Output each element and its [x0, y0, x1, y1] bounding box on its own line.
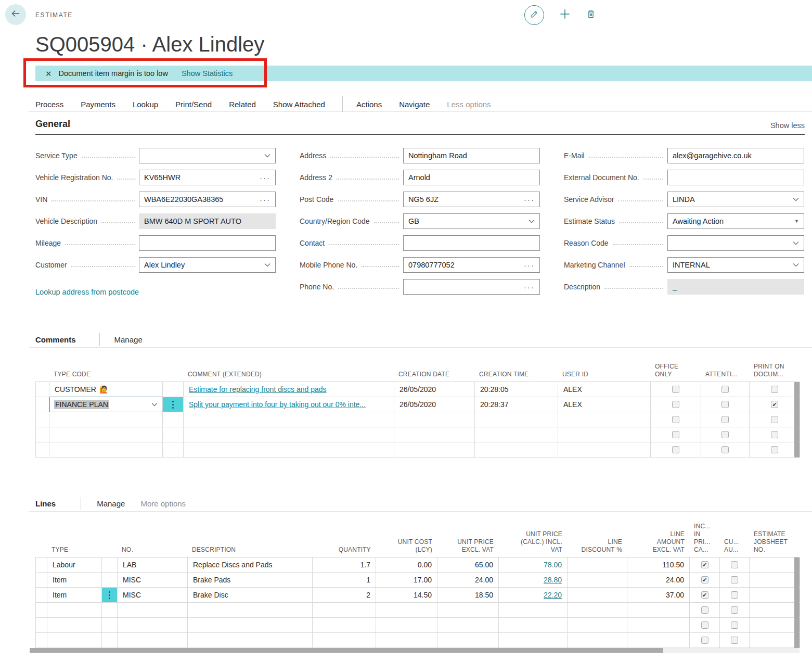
row-selector[interactable]: [36, 442, 49, 457]
quantity-cell[interactable]: 2: [313, 588, 376, 602]
attention-checkbox[interactable]: ✔: [721, 386, 729, 393]
contact-input[interactable]: [403, 235, 540, 251]
unit-price-cell[interactable]: 65.00: [437, 557, 499, 572]
unit-price-cell[interactable]: 18.50: [437, 588, 499, 602]
service-advisor-select[interactable]: LINDA: [667, 192, 804, 207]
postcode-input[interactable]: NG5 6JZ ···: [403, 192, 540, 207]
unit-cost-cell[interactable]: 14.50: [376, 588, 437, 602]
cust-auth-checkbox[interactable]: ✔: [731, 561, 738, 568]
add-button[interactable]: [558, 7, 572, 23]
attention-checkbox[interactable]: ✔: [721, 401, 729, 408]
inc-in-price-checkbox[interactable]: ✔: [701, 591, 708, 599]
office-only-checkbox[interactable]: ✔: [672, 416, 679, 423]
menu-navigate[interactable]: Navigate: [399, 100, 430, 109]
jobsheet-cell[interactable]: [750, 588, 800, 602]
creation-time-cell[interactable]: 20:28:37: [475, 397, 558, 412]
line-discount-cell[interactable]: [568, 557, 627, 572]
menu-payments[interactable]: Payments: [81, 100, 115, 109]
jobsheet-cell[interactable]: [750, 573, 800, 587]
creation-date-cell[interactable]: 26/05/2020: [394, 397, 475, 412]
attention-checkbox[interactable]: ✔: [721, 431, 729, 438]
attention-checkbox[interactable]: ✔: [721, 446, 729, 453]
creation-time-cell[interactable]: 20:28:05: [475, 382, 558, 397]
line-discount-cell[interactable]: [568, 573, 627, 587]
row-selector[interactable]: [36, 573, 47, 587]
lookup-ellipsis-icon[interactable]: ···: [524, 195, 535, 204]
show-statistics-link[interactable]: Show Statistics: [182, 69, 233, 78]
comment-link[interactable]: Estimate for replacing front discs and p…: [189, 385, 327, 394]
print-on-doc-checkbox[interactable]: ✔: [771, 446, 778, 453]
row-selector[interactable]: [36, 427, 49, 442]
type-cell[interactable]: Item: [47, 588, 102, 602]
user-id-cell[interactable]: ALEX: [558, 382, 651, 397]
creation-date-cell[interactable]: 26/05/2020: [394, 382, 475, 397]
inc-in-price-checkbox[interactable]: ✔: [701, 637, 708, 644]
menu-process[interactable]: Process: [35, 100, 63, 109]
print-on-doc-checkbox[interactable]: ✔: [771, 401, 778, 408]
cust-auth-checkbox[interactable]: ✔: [731, 637, 738, 644]
mobile-phone-input[interactable]: 07980777052 ···: [403, 257, 540, 273]
inc-in-price-checkbox[interactable]: ✔: [701, 561, 708, 568]
unit-price-incl-link[interactable]: 22.20: [544, 591, 562, 599]
office-only-checkbox[interactable]: ✔: [672, 431, 679, 438]
back-button[interactable]: [5, 4, 26, 25]
lines-more-options[interactable]: More options: [140, 499, 186, 508]
row-selector[interactable]: [36, 633, 47, 648]
lines-manage[interactable]: Manage: [97, 499, 125, 508]
row-selector[interactable]: [36, 603, 47, 617]
menu-show-attached[interactable]: Show Attached: [273, 100, 325, 109]
external-doc-input[interactable]: [667, 170, 804, 185]
user-id-cell[interactable]: ALEX: [558, 397, 651, 412]
menu-lookup[interactable]: Lookup: [133, 100, 158, 109]
cust-auth-checkbox[interactable]: ✔: [731, 591, 738, 599]
inc-in-price-checkbox[interactable]: ✔: [701, 576, 708, 583]
attention-checkbox[interactable]: ✔: [721, 416, 729, 423]
lookup-ellipsis-icon[interactable]: ···: [524, 283, 535, 291]
estimate-status-select[interactable]: Awaiting Action ▼: [667, 213, 804, 229]
row-context-menu-button[interactable]: [163, 397, 184, 412]
row-selector[interactable]: [36, 588, 47, 602]
unit-price-incl-link[interactable]: 28.80: [544, 576, 562, 584]
line-amount-cell[interactable]: 110.50: [627, 557, 690, 572]
menu-less-options[interactable]: Less options: [447, 100, 491, 109]
unit-price-incl-link[interactable]: 78.00: [544, 561, 562, 569]
address-input[interactable]: Nottingham Road: [403, 148, 540, 163]
office-only-checkbox[interactable]: ✔: [672, 401, 679, 408]
horizontal-scrollbar-thumb[interactable]: [30, 648, 663, 653]
vehicle-registration-input[interactable]: KV65HWR ···: [139, 170, 276, 185]
row-menu-cell[interactable]: [102, 573, 118, 587]
cust-auth-checkbox[interactable]: ✔: [731, 621, 738, 629]
no-cell[interactable]: MISC: [118, 588, 188, 602]
description-cell[interactable]: Brake Pads: [188, 573, 313, 587]
cust-auth-checkbox[interactable]: ✔: [731, 576, 738, 583]
lookup-ellipsis-icon[interactable]: ···: [524, 261, 535, 270]
office-only-checkbox[interactable]: ✔: [672, 386, 679, 393]
delete-button[interactable]: [586, 9, 596, 21]
row-context-menu-button[interactable]: [102, 588, 118, 602]
dismiss-notification-icon[interactable]: ✕: [45, 70, 52, 78]
row-selector[interactable]: [36, 557, 47, 572]
quantity-cell[interactable]: 1.7: [313, 557, 376, 572]
menu-related[interactable]: Related: [229, 100, 256, 109]
vin-input[interactable]: WBA6E22030GA38365 ···: [139, 192, 276, 207]
lookup-ellipsis-icon[interactable]: ···: [260, 173, 270, 182]
row-selector[interactable]: [36, 382, 49, 397]
office-only-checkbox[interactable]: ✔: [672, 446, 679, 453]
marketing-channel-select[interactable]: INTERNAL: [667, 257, 804, 273]
type-cell[interactable]: Item: [47, 573, 102, 587]
print-on-doc-checkbox[interactable]: ✔: [771, 431, 778, 438]
comments-manage[interactable]: Manage: [114, 335, 143, 344]
menu-actions[interactable]: Actions: [356, 100, 382, 109]
lookup-ellipsis-icon[interactable]: ···: [260, 195, 270, 204]
reason-code-select[interactable]: [667, 235, 804, 251]
line-amount-cell[interactable]: 24.00: [627, 573, 690, 587]
phone-input[interactable]: ···: [403, 279, 540, 295]
type-code-combobox[interactable]: FINANCE PLAN: [49, 397, 162, 412]
row-selector[interactable]: [36, 618, 47, 632]
line-discount-cell[interactable]: [568, 588, 627, 602]
type-cell[interactable]: Labour: [47, 557, 102, 572]
edit-button[interactable]: [524, 5, 544, 25]
description-cell[interactable]: Brake Disc: [188, 588, 313, 602]
type-code-cell[interactable]: CUSTOMER🙋: [49, 382, 163, 397]
unit-cost-cell[interactable]: 0.00: [376, 557, 437, 572]
